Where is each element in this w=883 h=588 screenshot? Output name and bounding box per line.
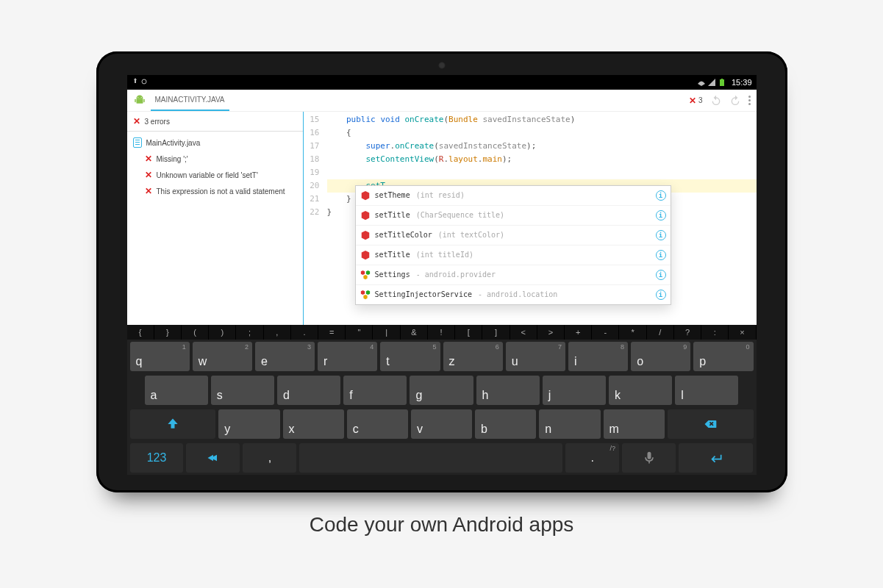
enter-key[interactable] [679,443,753,473]
autocomplete-item[interactable]: SettingInjectorService - android.locatio… [356,285,671,304]
symbol-key[interactable]: = [318,325,346,340]
key-o[interactable]: o9 [631,342,690,371]
key-p[interactable]: p0 [693,342,753,371]
key-y[interactable]: y [218,409,279,439]
error-item[interactable]: ✕ Missing ';' [127,151,303,167]
space-key[interactable] [299,443,562,473]
info-icon[interactable]: i [656,210,666,220]
autocomplete-signature: (int resid) [416,189,465,202]
symbol-key[interactable]: / [647,325,674,340]
code-line[interactable] [327,166,757,179]
info-icon[interactable]: i [656,250,666,260]
key-r[interactable]: r4 [318,342,377,371]
key-i[interactable]: i8 [568,342,628,371]
main-area: ✕ 3 errors MainActivity.java ✕ Missing '… [127,112,757,325]
redo-icon[interactable] [729,95,741,107]
key-k[interactable]: k [609,376,672,405]
symbol-key[interactable]: ( [182,325,209,340]
key-f[interactable]: f [343,376,407,405]
autocomplete-item[interactable]: setTitleColor(int textColor)i [356,226,671,245]
key-u[interactable]: u7 [506,342,565,371]
key-s[interactable]: s [211,376,274,405]
autocomplete-popup: setTheme(int resid)isetTitle(CharSequenc… [355,185,671,305]
backspace-key[interactable] [668,409,754,439]
numeric-key[interactable]: 123 [130,443,184,473]
error-item[interactable]: ✕ Unknown variable or field 'setT' [127,167,303,183]
line-gutter: 1516171819202122 [304,112,323,325]
key-g[interactable]: g [410,376,473,405]
symbol-key[interactable]: < [510,325,537,340]
key-j[interactable]: j [543,376,606,405]
symbol-key[interactable]: ! [428,325,455,340]
key-h[interactable]: h [476,376,540,405]
info-icon[interactable]: i [656,190,666,201]
errors-list: MainActivity.java ✕ Missing ';' ✕ Unknow… [127,132,303,202]
code-line[interactable]: public void onCreate(Bundle savedInstanc… [327,113,757,126]
key-b[interactable]: b [475,409,536,439]
svg-rect-3 [136,98,143,103]
key-z[interactable]: z6 [443,342,503,371]
key-d[interactable]: d [277,376,340,405]
symbol-key[interactable]: | [373,325,400,340]
symbol-key[interactable]: [ [455,325,482,340]
symbol-key[interactable]: & [401,325,428,340]
error-file-row[interactable]: MainActivity.java [127,135,303,151]
code-line[interactable]: setContentView(R.layout.main); [327,153,757,166]
autocomplete-item[interactable]: setTitle(CharSequence title)i [356,206,671,226]
comma-key[interactable]: , [243,443,296,473]
symbol-key[interactable]: { [127,325,154,340]
autocomplete-item[interactable]: setTitle(int titleId)i [356,245,671,265]
symbol-key[interactable]: ? [674,325,701,340]
code-content[interactable]: public void onCreate(Bundle savedInstanc… [323,112,757,325]
info-icon[interactable]: i [656,290,666,300]
error-item[interactable]: ✕ This expression is not a valid stateme… [127,183,303,199]
key-w[interactable]: w2 [193,342,252,371]
symbol-key[interactable]: × [729,325,756,340]
undo-icon[interactable] [710,95,722,107]
mic-key[interactable] [622,443,676,473]
key-v[interactable]: v [411,409,472,439]
period-key[interactable]: ./? [565,443,619,473]
symbol-key[interactable]: > [537,325,565,340]
key-l[interactable]: l [675,376,738,405]
key-t[interactable]: t5 [380,342,440,371]
statusbar-right-icons: 15:39 [698,78,752,87]
key-c[interactable]: c [347,409,408,439]
symbol-key[interactable]: * [619,325,646,340]
autocomplete-item[interactable]: Settings - android.provideri [356,265,671,285]
code-line[interactable]: { [327,126,757,140]
errors-panel-header[interactable]: ✕ 3 errors [127,112,303,132]
key-e[interactable]: e3 [255,342,315,371]
symbol-key[interactable]: , [264,325,291,340]
key-x[interactable]: x [283,409,344,439]
info-icon[interactable]: i [656,230,666,240]
key-m[interactable]: m [604,409,665,439]
shift-key[interactable] [130,409,216,439]
key-n[interactable]: n [539,409,600,439]
symbol-key[interactable]: ; [236,325,263,340]
file-tab[interactable]: MAINACTIVITY.JAVA [151,90,229,111]
svg-rect-4 [135,98,136,102]
autocomplete-item[interactable]: setTheme(int resid)i [356,186,671,206]
code-editor[interactable]: 1516171819202122 public void onCreate(Bu… [304,112,757,325]
svg-point-7 [140,96,141,97]
key-q[interactable]: q1 [130,342,190,371]
symbol-key[interactable]: + [565,325,592,340]
error-indicator[interactable]: ✕ 3 [689,96,703,106]
toolbar-actions: ✕ 3 [689,95,751,107]
symbol-key[interactable]: " [346,325,373,340]
symbol-key[interactable]: . [291,325,318,340]
key-a[interactable]: a [145,376,208,405]
keyboard-row-1: q1w2e3r4t5z6u7i8o9p0 [127,340,757,373]
symbol-key[interactable]: ) [209,325,236,340]
overflow-menu-icon[interactable] [748,96,751,105]
symbol-key[interactable]: ] [482,325,510,340]
symbol-key[interactable]: - [592,325,619,340]
code-line[interactable]: super.onCreate(savedInstanceState); [327,140,757,153]
info-icon[interactable]: i [656,270,666,280]
svg-rect-5 [143,98,145,102]
emoji-key[interactable] [186,443,240,473]
symbol-key[interactable]: : [701,325,729,340]
app-logo-icon [133,94,146,107]
symbol-key[interactable]: } [154,325,182,340]
